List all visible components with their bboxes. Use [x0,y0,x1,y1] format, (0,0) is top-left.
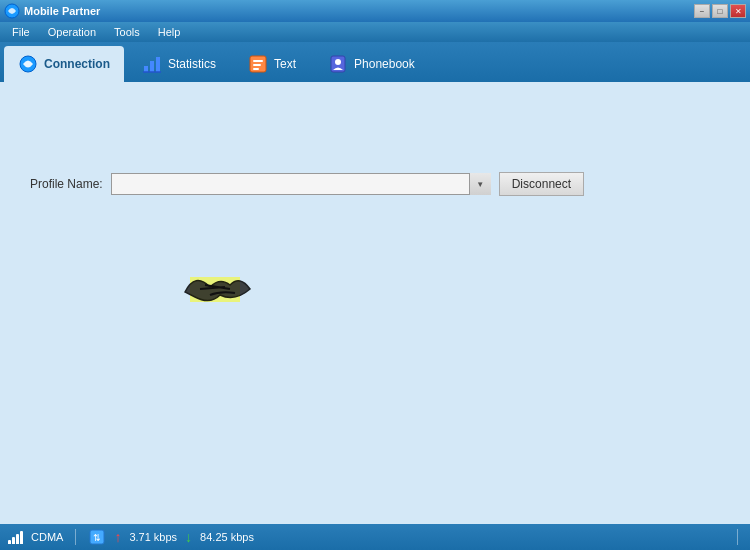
statistics-icon [142,54,162,74]
title-left: Mobile Partner [4,3,100,19]
svg-rect-3 [150,61,154,72]
status-bar: CDMA ⇅ ↑ 3.71 kbps ↓ 84.25 kbps [0,524,750,550]
annotation-scribble [180,267,270,317]
network-type: CDMA [31,531,63,543]
svg-rect-9 [253,68,259,70]
menu-tools[interactable]: Tools [106,24,148,40]
app-title: Mobile Partner [24,5,100,17]
minimize-button[interactable]: − [694,4,710,18]
svg-rect-2 [144,66,148,72]
phonebook-icon [328,54,348,74]
signal-bar-4 [20,531,23,544]
download-arrow-icon: ↓ [185,529,192,545]
upload-speed: 3.71 kbps [129,531,177,543]
menu-operation[interactable]: Operation [40,24,104,40]
menu-bar: File Operation Tools Help [0,22,750,42]
svg-rect-12 [190,277,240,302]
close-button[interactable]: ✕ [730,4,746,18]
download-speed: 84.25 kbps [200,531,254,543]
main-content: Profile Name: ▼ Disconnect [0,82,750,502]
window-controls: − □ ✕ [694,4,746,18]
profile-dropdown-arrow[interactable]: ▼ [469,173,491,195]
menu-help[interactable]: Help [150,24,189,40]
tab-connection-label: Connection [44,57,110,71]
tab-text[interactable]: Text [234,46,310,82]
profile-name-input[interactable] [111,173,491,195]
tab-statistics-label: Statistics [168,57,216,71]
title-bar: Mobile Partner − □ ✕ [0,0,750,22]
disconnect-button[interactable]: Disconnect [499,172,584,196]
signal-bar-1 [8,540,11,544]
signal-bar-2 [12,537,15,544]
menu-file[interactable]: File [4,24,38,40]
tab-phonebook[interactable]: Phonebook [314,46,429,82]
tab-statistics[interactable]: Statistics [128,46,230,82]
connection-icon [18,54,38,74]
tab-phonebook-label: Phonebook [354,57,415,71]
status-divider [75,529,76,545]
tab-bar: Connection Statistics Text [0,42,750,82]
tab-connection[interactable]: Connection [4,46,124,82]
tab-text-label: Text [274,57,296,71]
maximize-button[interactable]: □ [712,4,728,18]
svg-text:⇅: ⇅ [93,533,101,543]
status-divider-right [737,529,738,545]
svg-rect-7 [253,60,263,62]
profile-name-label: Profile Name: [30,177,103,191]
upload-arrow-icon: ↑ [114,529,121,545]
app-icon [4,3,20,19]
signal-icon [8,530,23,544]
signal-bar-3 [16,534,19,544]
text-icon [248,54,268,74]
svg-point-11 [335,59,341,65]
network-activity-icon: ⇅ [88,528,106,546]
svg-rect-4 [156,57,160,72]
profile-input-wrapper: ▼ [111,173,491,195]
profile-row: Profile Name: ▼ Disconnect [30,172,730,196]
svg-rect-8 [253,64,261,66]
